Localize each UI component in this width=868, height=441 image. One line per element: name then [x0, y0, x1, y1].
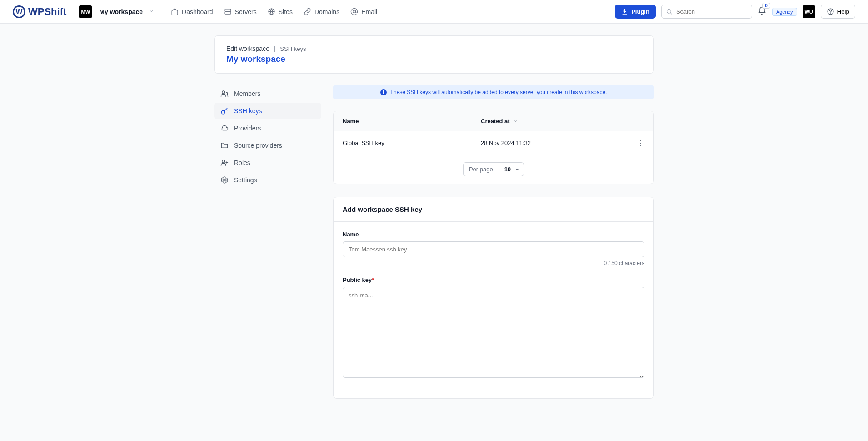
plugin-button-label: Plugin: [631, 8, 649, 15]
ssh-keys-table-card: Name Created at Global SSH key 28 Nov 20…: [333, 111, 654, 184]
nav-sites[interactable]: Sites: [268, 8, 293, 15]
sidebar-label-ssh-keys: SSH keys: [234, 107, 262, 115]
per-page-label: Per page: [463, 162, 499, 176]
row-created: 28 Nov 2024 11:32: [481, 140, 626, 146]
svg-point-3: [353, 10, 356, 13]
breadcrumb-title: Edit workspace: [226, 45, 269, 52]
page-title: My workspace: [226, 54, 642, 64]
help-button[interactable]: Help: [821, 5, 855, 19]
brand-logo[interactable]: W WPShift: [13, 5, 66, 18]
per-page-select[interactable]: 10: [499, 162, 524, 176]
breadcrumb-subtitle: SSH keys: [280, 45, 306, 52]
workspace-selector-name[interactable]: My workspace: [99, 8, 143, 15]
main-container: Edit workspace | SSH keys My workspace M…: [207, 35, 661, 399]
sidebar-label-providers: Providers: [234, 125, 261, 132]
sidebar-item-settings[interactable]: Settings: [214, 172, 321, 188]
table-header: Name Created at: [334, 111, 653, 131]
page-header-card: Edit workspace | SSH keys My workspace: [214, 35, 654, 74]
sidebar-item-providers[interactable]: Providers: [214, 120, 321, 136]
nav-email[interactable]: Email: [350, 8, 377, 15]
nav-dashboard-label: Dashboard: [182, 8, 213, 15]
roles-icon: [220, 159, 229, 167]
sidebar-label-roles: Roles: [234, 159, 250, 166]
help-icon: [827, 8, 834, 15]
gear-icon: [220, 176, 229, 184]
table-row: Global SSH key 28 Nov 2024 11:32 ⋮: [334, 131, 653, 155]
sidebar-label-settings: Settings: [234, 176, 257, 184]
form-body: Name 0 / 50 characters Public key*: [334, 222, 653, 398]
nav-servers-label: Servers: [235, 8, 257, 15]
form-group-publickey: Public key*: [343, 276, 644, 379]
server-icon: [224, 8, 232, 15]
info-banner-text: These SSH keys will automatically be add…: [390, 89, 607, 95]
logo-icon: W: [13, 5, 25, 18]
search-icon: [666, 8, 673, 15]
required-asterisk: *: [372, 276, 374, 283]
name-input[interactable]: [343, 241, 644, 257]
svg-point-6: [222, 91, 225, 94]
cloud-icon: [220, 124, 229, 132]
row-name: Global SSH key: [343, 140, 481, 146]
workspace-badge: MW: [79, 5, 92, 18]
nav-domains[interactable]: Domains: [304, 8, 339, 15]
column-header-created[interactable]: Created at: [481, 118, 626, 125]
sidebar-item-source-providers[interactable]: Source providers: [214, 137, 321, 154]
publickey-label-text: Public key: [343, 276, 372, 283]
column-header-name[interactable]: Name: [343, 118, 481, 125]
sidebar-item-ssh-keys[interactable]: SSH keys: [214, 103, 321, 119]
row-actions-menu[interactable]: ⋮: [626, 139, 644, 147]
agency-badge[interactable]: Agency: [772, 8, 797, 16]
search-box: [661, 5, 752, 19]
sidebar-label-members: Members: [234, 90, 260, 97]
notifications-button[interactable]: 0: [758, 6, 767, 17]
svg-point-4: [667, 10, 671, 14]
at-icon: [350, 8, 358, 15]
sidebar-item-roles[interactable]: Roles: [214, 155, 321, 171]
download-icon: [621, 8, 628, 15]
search-input[interactable]: [661, 5, 752, 19]
pagination: Per page 10: [334, 155, 653, 184]
publickey-label: Public key*: [343, 276, 644, 283]
sidebar-item-members[interactable]: Members: [214, 85, 321, 102]
nav-links: Dashboard Servers Sites Domains Email: [171, 8, 377, 15]
column-header-created-label: Created at: [481, 118, 510, 125]
folder-icon: [220, 141, 229, 150]
plugin-button[interactable]: Plugin: [615, 5, 656, 19]
link-icon: [304, 8, 311, 15]
nav-dashboard[interactable]: Dashboard: [171, 8, 213, 15]
publickey-textarea[interactable]: [343, 287, 644, 378]
home-icon: [171, 8, 179, 15]
column-header-actions: [626, 118, 644, 125]
brand-name: WPShift: [28, 6, 66, 18]
breadcrumb: Edit workspace | SSH keys: [226, 45, 642, 52]
sidebar-label-source-providers: Source providers: [234, 142, 282, 149]
key-icon: [220, 107, 229, 115]
main-content: i These SSH keys will automatically be a…: [333, 85, 654, 399]
info-banner: i These SSH keys will automatically be a…: [333, 85, 654, 99]
notification-count: 0: [762, 3, 770, 9]
nav-right: Plugin 0 Agency WU Help: [615, 5, 855, 19]
info-icon: i: [380, 89, 387, 95]
sort-icon: [513, 118, 519, 124]
content-layout: Members SSH keys Providers Source provid…: [214, 85, 654, 399]
form-title: Add workspace SSH key: [334, 197, 653, 222]
breadcrumb-separator: |: [274, 45, 276, 52]
nav-servers[interactable]: Servers: [224, 8, 257, 15]
svg-rect-1: [225, 12, 231, 15]
chevron-down-icon[interactable]: [148, 8, 155, 15]
char-counter: 0 / 50 characters: [343, 260, 644, 266]
nav-email-label: Email: [361, 8, 377, 15]
form-group-name: Name 0 / 50 characters: [343, 231, 644, 266]
svg-point-9: [224, 179, 226, 181]
user-avatar[interactable]: WU: [803, 5, 815, 18]
help-button-label: Help: [837, 8, 849, 15]
nav-sites-label: Sites: [279, 8, 293, 15]
users-icon: [220, 90, 229, 98]
settings-sidebar: Members SSH keys Providers Source provid…: [214, 85, 321, 399]
top-navigation: W WPShift MW My workspace Dashboard Serv…: [0, 0, 868, 24]
svg-point-8: [222, 160, 225, 163]
add-ssh-key-form: Add workspace SSH key Name 0 / 50 charac…: [333, 197, 654, 399]
svg-rect-0: [225, 9, 231, 12]
name-label: Name: [343, 231, 644, 238]
globe-icon: [268, 8, 275, 15]
